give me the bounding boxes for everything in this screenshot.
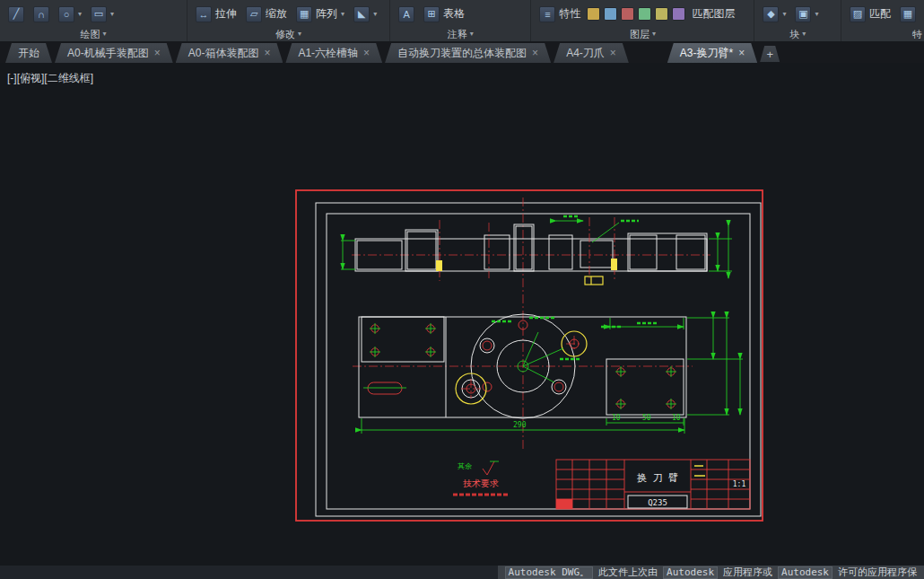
title-block: 换 刀 臂 Q235 1:1 [556,460,750,509]
ribbon-panel-layers: ≡特性 匹配图层 图层 ▾ [531,0,754,41]
dim-50: 50 [642,414,651,422]
close-icon[interactable]: × [532,48,538,58]
material-label: Q235 [648,498,667,507]
chevron-down-icon: ▾ [78,10,82,18]
ribbon-panel-modify: ↔拉伸 ▱缩放 ▦阵列▾ ◣▾ 修改 ▾ [187,0,390,41]
layer-properties-label: 特性 [559,6,580,22]
scale-label: 1:1 [733,480,746,488]
properties-grid-button[interactable]: ▦ [897,4,919,24]
plan-view: 290 10 50 10 [359,314,743,434]
chevron-down-icon: ▾ [341,10,344,18]
match-layer-button[interactable]: 匹配图层 [689,4,737,23]
close-icon[interactable]: × [610,48,616,58]
block-panel-tools: ◆▾ ▣▾ [754,0,841,26]
chevron-down-icon: ▾ [470,27,474,41]
chevron-down-icon: ▾ [652,27,656,41]
tab-a3-toolchange-arm[interactable]: A3-换刀臂* × [667,43,757,63]
drawing-svg: 290 10 50 10 其余 技术要求 [0,63,924,566]
match-properties-button[interactable]: ▨匹配 [847,4,893,24]
layer-off-icon[interactable] [604,7,617,21]
tab-a4-claw[interactable]: A4-刀爪 × [554,43,629,63]
part-name: 换 刀 臂 [637,472,678,484]
panel-label-properties[interactable]: 特 [841,26,924,41]
text-icon: A [398,6,414,22]
layers-panel-tools: ≡特性 匹配图层 [531,0,754,26]
ribbon-panel-properties: ▨匹配 ▦ 特 [841,0,924,41]
chamfer-button[interactable]: ◣▾ [351,4,379,24]
panel-label-block[interactable]: 块 ▾ [754,26,841,41]
panel-label-layers[interactable]: 图层 ▾ [531,26,754,41]
tab-a1-spline-shaft[interactable]: A1-六栓槽轴 × [285,43,382,63]
chevron-down-icon: ▾ [373,10,377,18]
status-token: Autodesk [663,566,718,579]
bolt-holes-right [615,366,676,409]
array-button[interactable]: ▦阵列▾ [293,4,347,24]
match-properties-label: 匹配 [869,6,891,22]
title-block-filled-cell [556,499,572,509]
tab-label: A3-换刀臂* [680,46,733,61]
polyline-icon: ∩ [33,6,49,22]
tab-label: 开始 [18,46,39,61]
panel-label-annotate[interactable]: 注释 ▾ [390,26,530,41]
tab-auto-toolchange-assembly[interactable]: 自动换刀装置的总体装配图 × [385,43,551,63]
text-style-button[interactable]: A [396,4,417,24]
file-tabbar: 开始 A0-机械手装配图 × A0-箱体装配图 × A1-六栓槽轴 × 自动换刀… [0,41,924,63]
bolt-holes-left [370,323,436,357]
status-token: Autodesk DWG。 [505,566,593,579]
create-block-button[interactable]: ▣▾ [792,4,821,24]
tab-label: A4-刀爪 [566,46,605,61]
viewport-visual-style-control[interactable]: [二维线框] [44,72,93,84]
scale-button[interactable]: ▱缩放 [243,4,290,24]
stretch-label: 拉伸 [215,6,237,22]
close-icon[interactable]: × [363,48,370,58]
close-icon[interactable]: × [738,48,745,58]
layer-lock-icon[interactable] [621,7,634,21]
drawing-canvas[interactable]: [-][俯视][二维线框] [0,63,924,566]
slot-feature [368,382,402,394]
ribbon-panel-block: ◆▾ ▣▾ 块 ▾ [754,0,841,41]
stretch-button[interactable]: ↔拉伸 [193,4,240,24]
array-label: 阵列 [316,6,337,22]
layers-icon: ≡ [539,6,555,22]
tech-requirements-label: 技术要求 [463,478,499,488]
autocad-window: ╱ ∩ ○▾ ▭▾ 绘图 ▾ ↔拉伸 ▱缩放 ▦阵列▾ ◣▾ 修改 ▾ [0,0,924,579]
tab-a0-manipulator-assembly[interactable]: A0-机械手装配图 × [55,43,173,63]
close-icon[interactable]: × [154,48,161,58]
scale-label: 缩放 [266,6,287,22]
new-tab-button[interactable]: + [760,46,780,62]
close-icon[interactable]: × [264,48,270,58]
rectangle-tool-button[interactable]: ▭▾ [88,4,117,24]
match-layer-label: 匹配图层 [692,6,735,22]
status-token: 此文件上次由 [598,566,658,579]
tab-label: A0-箱体装配图 [188,46,259,61]
panel-label-draw[interactable]: 绘图 ▾ [0,26,187,41]
circle-tool-button[interactable]: ○▾ [56,4,84,24]
chevron-down-icon: ▾ [298,27,301,41]
layer-walk-icon[interactable] [672,7,685,21]
modify-panel-tools: ↔拉伸 ▱缩放 ▦阵列▾ ◣▾ [187,0,389,26]
layer-freeze-icon[interactable] [587,7,600,21]
dwg-trust-message[interactable]: Autodesk DWG。 此文件上次由 Autodesk 应用程序或 Auto… [498,566,924,579]
tab-start[interactable]: 开始 [5,43,52,63]
chevron-down-icon: ▾ [782,10,786,18]
layer-isolate-icon[interactable] [638,7,651,21]
viewport-minimize-control[interactable]: [-] [7,72,17,84]
panel-label-text: 图层 [630,27,649,41]
panel-label-modify[interactable]: 修改 ▾ [187,26,389,41]
surface-roughness-icon [483,461,494,475]
panel-label-text: 块 [789,27,799,41]
rectangle-icon: ▭ [91,6,107,22]
insert-block-button[interactable]: ◆▾ [760,4,789,24]
tab-label: A0-机械手装配图 [67,46,149,61]
status-token: 许可的应用程序保 [838,566,917,579]
table-label: 表格 [443,6,465,22]
layer-properties-button[interactable]: ≡特性 [536,4,583,24]
layer-unisolate-icon[interactable] [655,7,668,21]
table-button[interactable]: ⊞表格 [421,4,467,24]
tab-a0-housing-assembly[interactable]: A0-箱体装配图 × [176,43,283,63]
polyline-tool-button[interactable]: ∩ [31,4,52,24]
viewport-view-control[interactable]: [俯视] [17,72,45,84]
panel-label-text: 绘图 [81,27,100,41]
dim-10-left: 10 [612,414,621,422]
line-tool-button[interactable]: ╱ [5,4,27,24]
